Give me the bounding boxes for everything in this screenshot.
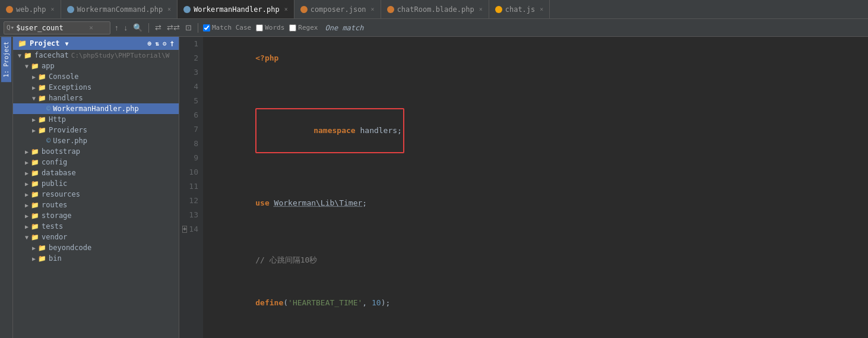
tree-item-config[interactable]: ▶ 📁 config (13, 157, 179, 168)
line-num-13: 13 (184, 208, 198, 222)
tab-web[interactable]: web.php × (0, 0, 61, 18)
tree-label-exceptions: Exceptions (49, 83, 91, 91)
define-paren-close: ); (381, 298, 391, 307)
search-input[interactable] (16, 24, 87, 32)
line-num-3: 3 (184, 65, 198, 80)
tab-icon-web (6, 6, 13, 13)
search-next-button[interactable]: ↓ (122, 22, 130, 33)
tree-item-bin[interactable]: ▶ 📁 bin (13, 253, 179, 264)
tab-label-workerman-handler: WorkermanHandler.php (194, 5, 280, 14)
tab-close-web[interactable]: × (51, 6, 55, 12)
folder-icon-public: 📁 (31, 180, 39, 188)
settings-icon[interactable]: ⚙ (163, 40, 167, 48)
namespace-name: handlers (356, 126, 397, 135)
arrow-console: ▶ (30, 74, 38, 80)
project-icon: 📁 (18, 39, 27, 48)
tab-close-chat[interactable]: × (540, 6, 543, 12)
tree-label-bootstrap: bootstrap (42, 147, 80, 156)
sync-icon[interactable]: ⊕ (148, 40, 152, 48)
tab-close-workerman-handler[interactable]: × (284, 6, 288, 12)
tree-item-routes[interactable]: ▶ 📁 routes (13, 200, 179, 210)
line-num-12: 12 (184, 194, 198, 208)
arrow-routes: ▶ (23, 202, 31, 209)
define-keyword: define (255, 298, 283, 307)
left-strip: 1: Project (0, 37, 13, 338)
tab-chatroom[interactable]: chatRoom.blade.php × (381, 0, 489, 18)
search-replace-all-button[interactable]: ⇄⇄ (165, 22, 182, 33)
search-input-wrap[interactable]: Q▾ ✕ (4, 21, 110, 34)
tree-label-handlers: handlers (49, 94, 83, 102)
folder-icon-providers: 📁 (38, 127, 46, 134)
gear-icon[interactable]: † (170, 40, 174, 48)
search-filter-button[interactable]: ⊡ (183, 22, 194, 33)
line-num-14: +14 (184, 222, 198, 236)
code-line-5: use Workerman\Lib\Timer; (209, 182, 862, 225)
tab-workerman-handler[interactable]: WorkermanHandler.php × (178, 0, 294, 18)
tree-item-exceptions[interactable]: ▶ 📁 Exceptions (13, 82, 179, 93)
tab-close-workerman-cmd[interactable]: × (167, 6, 171, 12)
arrow-vendor: ▼ (23, 234, 31, 241)
tree-item-vendor[interactable]: ▼ 📁 vendor (13, 232, 179, 242)
tree-item-http[interactable]: ▶ 📁 Http (13, 114, 179, 125)
tree-item-beyondcode[interactable]: ▶ 📁 beyondcode (13, 242, 179, 253)
words-option[interactable]: Words (256, 24, 284, 31)
tree-item-user[interactable]: © User.php (13, 135, 179, 146)
match-case-checkbox[interactable] (203, 24, 210, 31)
folder-icon-storage: 📁 (31, 212, 39, 220)
tab-chat[interactable]: chat.js × (489, 0, 550, 18)
tree-label-app: app (42, 62, 55, 70)
line-num-10: 10 (184, 165, 198, 179)
folder-icon-http: 📁 (38, 116, 46, 124)
tree-item-public[interactable]: ▶ 📁 public (13, 178, 179, 189)
namespace-semi: ; (397, 126, 402, 135)
collapse-icon[interactable]: ⇅ (155, 40, 159, 48)
tree-path-facechat: C:\phpStudy\PHPTutorial\W (71, 52, 170, 59)
tab-icon-workerman-cmd (67, 6, 74, 13)
search-find-button[interactable]: 🔍 (131, 22, 144, 33)
tree-item-bootstrap[interactable]: ▶ 📁 bootstrap (13, 146, 179, 157)
sidebar: 📁 Project ▼ ⊕ ⇅ ⚙ † ▼ 📁 facechat C:\phpS… (13, 37, 179, 338)
tree-item-tests[interactable]: ▶ 📁 tests (13, 221, 179, 232)
line-num-5: 5 (184, 94, 198, 108)
tree-item-resources[interactable]: ▶ 📁 resources (13, 189, 179, 200)
arrow-config: ▶ (23, 159, 31, 166)
words-checkbox[interactable] (256, 24, 263, 31)
tree-item-storage[interactable]: ▶ 📁 storage (13, 210, 179, 221)
search-prev-button[interactable]: ↑ (113, 22, 121, 33)
tab-label-chatroom: chatRoom.blade.php (397, 5, 474, 14)
fold-plus-icon[interactable]: + (182, 226, 188, 233)
regex-label: Regex (298, 24, 318, 31)
match-case-label: Match Case (212, 24, 251, 31)
tab-label-chat: chat.js (505, 5, 536, 14)
code-area[interactable]: 1 2 3 4 5 6 7 8 9 10 11 12 13 +14 (179, 37, 868, 338)
code-line-2 (209, 80, 862, 94)
search-result: One match (325, 24, 363, 32)
line-numbers: 1 2 3 4 5 6 7 8 9 10 11 12 13 +14 (179, 37, 203, 338)
code-lines[interactable]: <?php namespace handlers; use Workerman\… (203, 37, 868, 338)
comment-heartbeat: // 心跳间隔10秒 (255, 255, 317, 264)
tree-item-app[interactable]: ▼ 📁 app (13, 61, 179, 71)
code-line-3: namespace handlers; (209, 94, 862, 168)
tree-item-database[interactable]: ▶ 📁 database (13, 168, 179, 178)
search-replace-button[interactable]: ⇄ (153, 22, 163, 33)
arrow-database: ▶ (23, 170, 31, 176)
project-tab-strip[interactable]: 1: Project (1, 37, 11, 82)
regex-checkbox[interactable] (289, 24, 296, 31)
tree-label-tests: tests (42, 222, 63, 230)
tree-item-facechat[interactable]: ▼ 📁 facechat C:\phpStudy\PHPTutorial\W (13, 50, 179, 61)
regex-option[interactable]: Regex (289, 24, 318, 31)
tab-close-chatroom[interactable]: × (479, 6, 483, 12)
tab-close-composer[interactable]: × (371, 6, 375, 12)
tree-item-handlers[interactable]: ▼ 📁 handlers (13, 93, 179, 103)
match-case-option[interactable]: Match Case (203, 24, 251, 31)
folder-icon-routes: 📁 (31, 201, 39, 209)
tree-item-console[interactable]: ▶ 📁 Console (13, 71, 179, 82)
tab-workerman-cmd[interactable]: WorkermanCommand.php × (61, 0, 178, 18)
sidebar-header: 📁 Project ▼ ⊕ ⇅ ⚙ † (13, 37, 179, 50)
arrow-storage: ▶ (23, 213, 31, 219)
arrow-facechat: ▼ (15, 52, 24, 59)
tree-item-providers[interactable]: ▶ 📁 Providers (13, 125, 179, 135)
search-clear-icon[interactable]: ✕ (89, 24, 93, 31)
tree-item-workermanhandler[interactable]: © WorkermanHandler.php (13, 103, 179, 114)
tab-composer[interactable]: composer.json × (294, 0, 381, 18)
